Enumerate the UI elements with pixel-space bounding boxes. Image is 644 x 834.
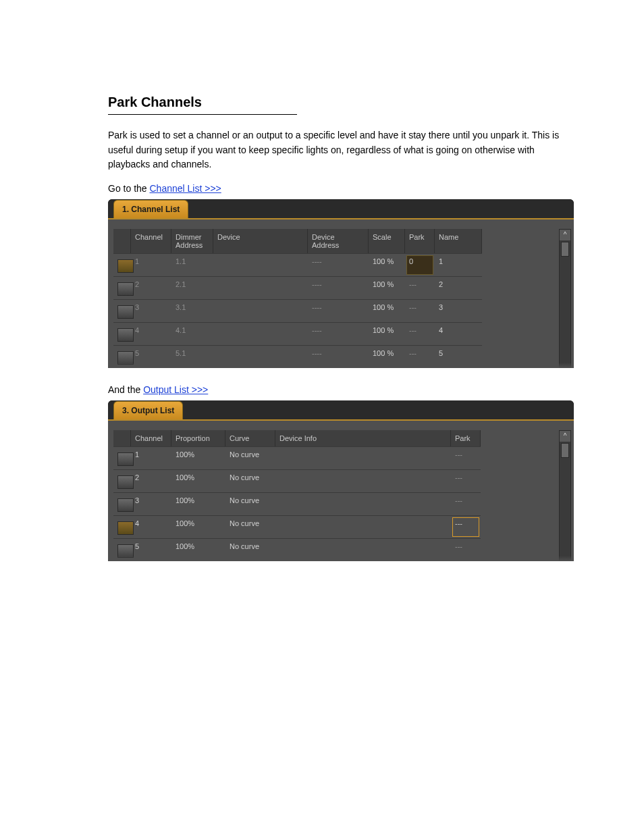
column-header: Channel <box>131 229 171 253</box>
name-cell: 5 <box>435 345 482 368</box>
name-cell: 2 <box>435 276 482 299</box>
table-cell: 1 <box>131 253 171 276</box>
row-button-cell <box>113 446 131 469</box>
table-cell: 100% <box>171 538 225 561</box>
table-cell: ---- <box>308 322 369 345</box>
table-cell: ---- <box>308 299 369 322</box>
table-cell <box>213 253 308 276</box>
row-button-cell <box>113 492 131 515</box>
table-cell: 5.1 <box>171 345 213 368</box>
tab-strip: 3. Output List <box>108 400 574 419</box>
tab-strip: 1. Channel List <box>108 199 574 218</box>
table-cell: 100 % <box>369 322 405 345</box>
name-cell: 1 <box>435 253 482 276</box>
table-cell: 100 % <box>369 276 405 299</box>
channel-list-link[interactable]: Channel List >>> <box>149 183 221 194</box>
scroll-up-icon[interactable]: ^ <box>560 230 570 240</box>
table-cell: 4 <box>131 322 171 345</box>
row-button-cell <box>113 345 131 368</box>
caption-1-prefix: Go to the <box>108 183 149 194</box>
row-button-cell <box>113 299 131 322</box>
park-cell[interactable]: --- <box>405 276 435 299</box>
table-cell: 100% <box>171 492 225 515</box>
table-cell: 4.1 <box>171 322 213 345</box>
park-cell[interactable]: --- <box>451 446 481 469</box>
table-cell <box>213 276 308 299</box>
column-header: Channel <box>131 430 171 446</box>
table-cell: 100% <box>171 446 225 469</box>
table-cell: 3 <box>131 299 171 322</box>
table-cell: ---- <box>308 345 369 368</box>
scrollbar[interactable]: ^ <box>559 430 571 561</box>
table-cell: No curve <box>225 446 275 469</box>
page-title: Park Channels <box>108 95 576 110</box>
park-cell[interactable]: 0 <box>405 253 435 276</box>
column-header: Dimmer Address <box>171 229 213 253</box>
park-cell[interactable]: --- <box>451 538 481 561</box>
caption-1: Go to the Channel List >>> <box>108 183 576 194</box>
column-header: Scale <box>369 229 405 253</box>
table-cell <box>213 299 308 322</box>
park-cell[interactable]: --- <box>451 492 481 515</box>
name-cell: 3 <box>435 299 482 322</box>
table-cell: 100% <box>171 515 225 538</box>
table-cell: 3 <box>131 492 171 515</box>
table-cell: 2.1 <box>171 276 213 299</box>
row-button-cell <box>113 322 131 345</box>
scroll-thumb[interactable] <box>561 242 569 257</box>
table-cell: No curve <box>225 469 275 492</box>
table-cell: No curve <box>225 538 275 561</box>
caption-2: And the Output List >>> <box>108 384 576 395</box>
table-cell <box>275 515 451 538</box>
name-cell: 4 <box>435 322 482 345</box>
column-header: Curve <box>225 430 275 446</box>
table-cell: 5 <box>131 538 171 561</box>
column-header: Device Address <box>308 229 369 253</box>
output-list-link[interactable]: Output List >>> <box>143 384 208 395</box>
caption-2-prefix: And the <box>108 384 143 395</box>
column-header: Device Info <box>275 430 451 446</box>
column-header <box>113 430 131 446</box>
park-cell[interactable]: --- <box>405 322 435 345</box>
table-cell: 1.1 <box>171 253 213 276</box>
row-button-cell <box>113 469 131 492</box>
table-cell <box>213 345 308 368</box>
table-cell <box>275 538 451 561</box>
scrollbar[interactable]: ^ <box>559 229 571 368</box>
title-underline <box>108 114 297 115</box>
row-button-cell <box>113 276 131 299</box>
table-cell: ---- <box>308 253 369 276</box>
table-cell: ---- <box>308 276 369 299</box>
table-cell: 100 % <box>369 299 405 322</box>
intro-text: Park is used to set a channel or an outp… <box>108 128 576 172</box>
tab-output-list[interactable]: 3. Output List <box>113 401 183 419</box>
table-cell: No curve <box>225 492 275 515</box>
row-button-cell <box>113 515 131 538</box>
table-cell <box>275 446 451 469</box>
scroll-up-icon[interactable]: ^ <box>560 431 570 442</box>
column-header: Park <box>405 229 435 253</box>
channel-list-screenshot: 1. Channel List ChannelDimmer AddressDev… <box>108 199 574 368</box>
table-cell: 1 <box>131 446 171 469</box>
park-cell[interactable]: --- <box>451 469 481 492</box>
table-cell <box>275 469 451 492</box>
park-cell[interactable]: --- <box>405 299 435 322</box>
table-cell <box>213 322 308 345</box>
table-cell: 2 <box>131 276 171 299</box>
table-cell <box>275 492 451 515</box>
tab-channel-list[interactable]: 1. Channel List <box>113 200 188 218</box>
column-header <box>113 229 131 253</box>
row-button-cell <box>113 538 131 561</box>
table-cell: 100% <box>171 469 225 492</box>
scroll-thumb[interactable] <box>561 443 569 458</box>
park-cell[interactable]: --- <box>405 345 435 368</box>
column-header: Name <box>435 229 482 253</box>
output-list-grid: ChannelProportionCurveDevice InfoPark110… <box>113 430 568 561</box>
table-cell: 5 <box>131 345 171 368</box>
row-button-cell <box>113 253 131 276</box>
column-header: Device <box>213 229 308 253</box>
table-cell: 3.1 <box>171 299 213 322</box>
table-cell: 100 % <box>369 345 405 368</box>
park-cell[interactable]: --- <box>451 515 481 538</box>
column-header: Proportion <box>171 430 225 446</box>
